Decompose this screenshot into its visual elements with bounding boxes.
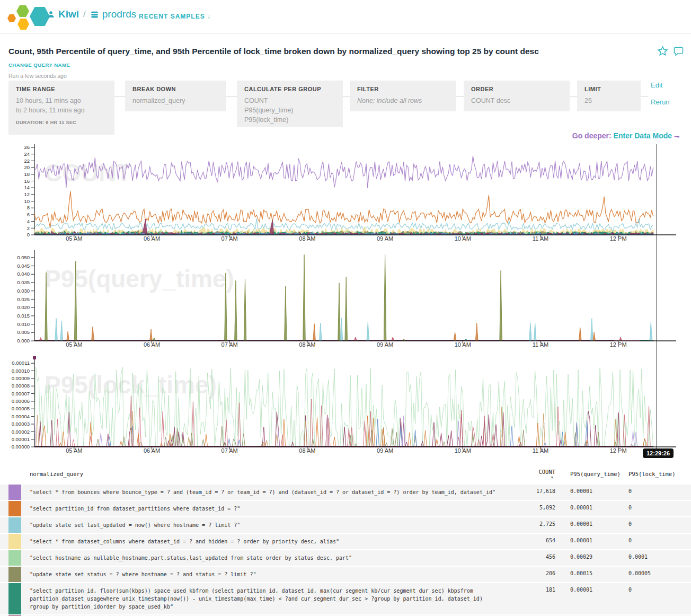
- y-tick-label: 0.015: [17, 313, 30, 319]
- spike: [55, 319, 57, 340]
- spike: [320, 323, 322, 340]
- p95-lock-time-cell: 0: [628, 488, 632, 494]
- spike: [476, 323, 478, 340]
- series-color-swatch: [8, 534, 21, 549]
- p95-query-time-cell: 0.00015: [570, 570, 592, 576]
- calculate-item-count: COUNT: [244, 96, 335, 105]
- user-icon: [47, 10, 55, 19]
- x-tick-label: 12 PM: [610, 447, 627, 454]
- order-block[interactable]: ORDER COUNT desc: [464, 81, 570, 111]
- table-row[interactable]: "update state set last_updated = now() w…: [0, 517, 691, 533]
- spike: [650, 322, 652, 340]
- table-row[interactable]: "update state set status = ? where hostn…: [0, 567, 691, 582]
- x-tick-label: 11 AM: [533, 235, 548, 242]
- y-tick-label: 0: [27, 232, 30, 237]
- dataset-name[interactable]: prodrds: [102, 8, 136, 20]
- y-tick-label: 0.040: [17, 271, 30, 277]
- spike: [303, 254, 305, 340]
- table-row[interactable]: "select partition_id from dataset_partit…: [0, 501, 691, 516]
- x-tick-label: 07 AM: [222, 447, 238, 454]
- y-tick-label: 12: [24, 191, 30, 197]
- x-tick-label: 06 AM: [144, 447, 160, 454]
- team-name[interactable]: Kiwi: [58, 8, 79, 20]
- comment-icon[interactable]: [673, 46, 684, 57]
- y-tick-label: 0.00009: [12, 375, 30, 381]
- spike: [500, 270, 502, 340]
- spike: [529, 323, 531, 340]
- x-tick-label: 10 AM: [455, 341, 471, 348]
- p95-query-time-cell: 0.00001: [570, 538, 592, 543]
- block-connector: [641, 96, 648, 96]
- filter-block[interactable]: FILTER None; include all rows: [350, 81, 456, 111]
- results-table-header: normalized_query COUNT ▼ P95(query_time)…: [0, 465, 691, 485]
- break-down-block[interactable]: BREAK DOWN normalized_query: [125, 81, 226, 111]
- spike: [153, 338, 155, 340]
- favorite-star-icon[interactable]: [657, 46, 668, 57]
- series-color-swatch: [8, 583, 21, 614]
- block-connector: [114, 96, 125, 96]
- change-query-name-link[interactable]: CHANGE QUERY NAME: [8, 62, 70, 68]
- count-chart[interactable]: COUNT0246810121416182022242605 AM06 AM07…: [0, 143, 684, 247]
- x-tick-label: 12 PM: [610, 341, 627, 348]
- spike: [534, 323, 536, 340]
- time-range-end: to 2 hours, 11 mins ago: [16, 105, 107, 115]
- spike: [313, 324, 315, 340]
- x-tick-label: 05 AM: [66, 341, 82, 348]
- y-tick-label: 0.020: [17, 304, 30, 310]
- filter-label: FILTER: [357, 86, 448, 92]
- y-tick-label: 0.00007: [12, 391, 30, 397]
- spike: [285, 286, 287, 340]
- y-tick-label: 0.00005: [12, 406, 30, 411]
- series-color-swatch: [8, 550, 21, 566]
- p95-lock-time-cell: 0: [628, 587, 632, 593]
- block-connector: [456, 96, 464, 96]
- y-tick-label: 0.050: [17, 254, 30, 260]
- edit-button[interactable]: Edit: [651, 81, 662, 89]
- x-tick-label: 09 AM: [377, 447, 393, 454]
- block-connector: [343, 96, 350, 96]
- spike: [465, 339, 467, 340]
- count-cell: 206: [509, 570, 555, 576]
- rerun-button[interactable]: Rerun: [651, 98, 669, 106]
- calculate-block[interactable]: CALCULATE PER GROUP COUNT P95(query_time…: [237, 81, 343, 127]
- honeycomb-logo[interactable]: [4, 1, 49, 32]
- enter-data-mode-link[interactable]: Enter Data Mode: [614, 131, 672, 140]
- recent-samples-button[interactable]: RECENT SAMPLES ↓: [139, 13, 211, 20]
- p95-lock-time-chart[interactable]: P95(lock_time)0.000000.000010.000020.000…: [0, 355, 684, 459]
- y-tick-label: 2: [27, 225, 30, 231]
- x-tick-label: 10 AM: [455, 447, 471, 454]
- time-range-block[interactable]: TIME RANGE 10 hours, 11 mins ago to 2 ho…: [8, 81, 114, 135]
- y-tick-label: 6: [27, 212, 30, 217]
- table-row[interactable]: "select partition_id, floor(sum(kbps)) s…: [0, 583, 691, 614]
- table-row[interactable]: "select * from dataset_columns where dat…: [0, 534, 691, 549]
- spike: [392, 337, 394, 340]
- column-header-count[interactable]: COUNT ▼: [509, 469, 555, 480]
- y-tick-label: 8: [27, 205, 30, 210]
- duration-text: DURATION: 8 HR 11 SEC: [16, 120, 107, 125]
- order-value: COUNT desc: [471, 96, 562, 105]
- x-tick-label: 11 AM: [533, 447, 548, 454]
- column-header-p95-query-time[interactable]: P95(query_time): [570, 471, 621, 477]
- y-tick-label: 0.00006: [12, 398, 30, 404]
- spike: [403, 339, 405, 340]
- count-cell: 17,618: [509, 488, 555, 494]
- x-tick-label: 09 AM: [377, 235, 393, 242]
- crosshair-time-badge: 12:29:26: [643, 448, 674, 458]
- time-range-start: 10 hours, 11 mins ago: [16, 96, 107, 105]
- table-row[interactable]: "select hostname as nullable_hostname,pa…: [0, 550, 691, 566]
- column-header-p95-lock-time[interactable]: P95(lock_time): [628, 471, 676, 477]
- y-tick-label: 0.000: [17, 338, 30, 344]
- axis-drag-handle[interactable]: [33, 356, 36, 359]
- p95-lock-time-cell: 0.00005: [628, 570, 651, 576]
- x-tick-label: 07 AM: [222, 235, 238, 242]
- limit-block[interactable]: LIMIT 25: [577, 81, 641, 111]
- p95-query-time-cell: 0.00029: [570, 554, 592, 560]
- break-down-label: BREAK DOWN: [132, 86, 219, 92]
- p95-query-time-chart[interactable]: P95(query_time)0.0000.0050.0100.0150.020…: [0, 249, 684, 353]
- p95-lock-time-cell: 0.0001: [628, 554, 648, 560]
- calculate-item-p95-query: P95(query_time): [244, 105, 335, 115]
- series-color-swatch: [8, 517, 21, 533]
- breadcrumb-separator: /: [83, 9, 86, 20]
- filter-value: None; include all rows: [357, 96, 448, 105]
- table-row[interactable]: "select * from bounces where bounce_type…: [0, 485, 691, 500]
